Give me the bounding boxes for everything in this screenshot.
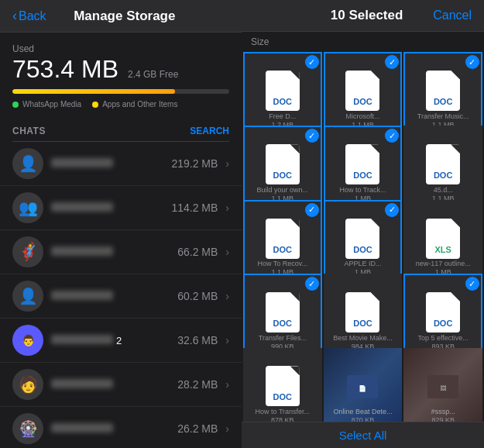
avatar: 👥	[12, 192, 43, 223]
chat-size: 32.6 MB	[177, 334, 218, 346]
selected-check: ✓	[465, 277, 479, 291]
selected-check: ✓	[385, 203, 399, 217]
file-cell[interactable]: DOC Best Movie Make... 984 KB	[324, 274, 403, 353]
left-panel: ‹ Back Manage Storage Used 753.4 MB 2.4 …	[0, 0, 242, 448]
chevron-right-icon: ›	[225, 157, 229, 170]
back-button[interactable]: ‹ Back	[12, 8, 46, 24]
chats-header: CHATS SEARCH	[0, 115, 242, 141]
avatar: 🧑	[12, 369, 43, 400]
file-cell[interactable]: 📄 Online Beat Dete... 870 KB	[324, 348, 403, 422]
file-cell[interactable]: DOC Microsoft... 1.1 MB ✓	[324, 52, 403, 131]
file-cell[interactable]: DOC Transfer Music... 1.1 MB ✓	[403, 52, 482, 131]
list-item[interactable]: 🎡 26.2 MB ›	[0, 407, 242, 448]
left-header: ‹ Back Manage Storage	[0, 0, 242, 33]
doc-icon: DOC	[266, 366, 300, 406]
file-cell[interactable]: DOC How To Recov... 1.1 MB ✓	[243, 200, 322, 279]
avatar: 👤	[12, 148, 43, 179]
chat-size: 114.2 MB	[171, 202, 218, 214]
storage-bar-fill	[12, 89, 175, 94]
chat-info	[51, 245, 170, 259]
file-grid: DOC Free D... 1.2 MB ✓ DOC Microsoft... …	[242, 50, 484, 422]
file-cell[interactable]: DOC Top 5 effective... 893 KB ✓	[403, 274, 482, 353]
selected-check: ✓	[305, 277, 319, 291]
list-item[interactable]: 👤 60.2 MB ›	[0, 274, 242, 319]
doc-icon: DOC	[345, 292, 379, 333]
doc-icon: DOC	[266, 144, 300, 184]
chat-info	[51, 157, 163, 171]
chat-size: 28.2 MB	[177, 378, 218, 391]
chat-info	[51, 377, 170, 391]
file-cell[interactable]: DOC APPLE ID... 1 MB ✓	[324, 200, 403, 279]
chevron-right-icon: ›	[225, 246, 229, 258]
list-item[interactable]: 👤 219.2 MB ›	[0, 142, 242, 186]
chat-size: 60.2 MB	[177, 290, 218, 302]
right-panel: 10 Selected Cancel Size DOC Free D... 1.…	[242, 0, 484, 448]
selected-check: ✓	[465, 55, 479, 69]
chats-label: CHATS	[12, 126, 46, 136]
cancel-button[interactable]: Cancel	[433, 9, 472, 22]
avatar: 🦸	[12, 236, 43, 267]
file-cell[interactable]: DOC Build your own... 1.1 MB ✓	[243, 126, 322, 205]
chevron-right-icon: ›	[225, 422, 229, 435]
doc-icon: DOC	[426, 292, 460, 333]
storage-legend: WhatsApp Media Apps and Other Items	[12, 100, 229, 109]
doc-icon: DOC	[426, 144, 460, 184]
selected-check: ✓	[305, 55, 319, 69]
doc-icon: DOC	[266, 71, 300, 111]
chat-info	[51, 289, 170, 303]
select-all-bar: Select All	[242, 422, 484, 448]
chat-info	[51, 422, 170, 436]
legend-apps-label: Apps and Other Items	[102, 100, 177, 109]
list-item[interactable]: 👨 2 32.6 MB ›	[0, 319, 242, 363]
doc-icon: DOC	[345, 219, 379, 259]
chevron-right-icon: ›	[225, 378, 229, 391]
list-item[interactable]: 🦸 66.2 MB ›	[0, 230, 242, 274]
chat-info: 2	[51, 333, 170, 347]
legend-dot-green	[12, 102, 19, 108]
list-item[interactable]: 🧑 28.2 MB ›	[0, 363, 242, 407]
svg-text:📄: 📄	[359, 384, 366, 392]
legend-whatsapp-label: WhatsApp Media	[22, 100, 81, 109]
selected-check: ✓	[385, 129, 399, 143]
file-cell[interactable]: XLS new-117 outline... 1 MB	[403, 200, 482, 279]
list-item[interactable]: 👥 114.2 MB ›	[0, 186, 242, 230]
select-all-button[interactable]: Select All	[339, 429, 387, 442]
avatar: 👤	[12, 281, 43, 312]
selected-check: ✓	[305, 129, 319, 143]
free-label: 2.4 GB Free	[128, 69, 178, 80]
back-chevron-icon: ‹	[12, 8, 17, 24]
right-header: 10 Selected Cancel	[242, 0, 484, 32]
doc-icon: DOC	[345, 71, 379, 111]
selected-check: ✓	[385, 55, 399, 69]
selected-check: ✓	[305, 203, 319, 217]
page-title: Manage Storage	[51, 9, 198, 24]
selected-count: 10 Selected	[300, 8, 433, 23]
storage-info: Used 753.4 MB 2.4 GB Free WhatsApp Media…	[0, 33, 242, 115]
xls-icon: XLS	[426, 219, 460, 259]
chat-size: 26.2 MB	[177, 422, 218, 435]
search-button[interactable]: SEARCH	[190, 126, 229, 136]
doc-icon: DOC	[345, 144, 379, 184]
file-cell[interactable]: DOC Free D... 1.2 MB ✓	[243, 52, 322, 131]
avatar: 👨	[12, 325, 43, 356]
back-label[interactable]: Back	[19, 9, 46, 23]
doc-icon: DOC	[266, 219, 300, 259]
file-cell[interactable]: 🖼 #sssp... 829 KB	[403, 348, 482, 422]
avatar: 🎡	[12, 413, 43, 444]
doc-icon: DOC	[426, 71, 460, 111]
file-cell[interactable]: DOC How to Transfer... 878 KB	[243, 348, 322, 422]
chat-size: 66.2 MB	[177, 246, 218, 258]
legend-whatsapp: WhatsApp Media	[12, 100, 81, 109]
chat-size: 219.2 MB	[171, 157, 218, 170]
file-cell[interactable]: DOC 45.d... 1.1 MB	[403, 126, 482, 205]
file-cell[interactable]: DOC How to Track... 1 MB ✓	[324, 126, 403, 205]
file-cell[interactable]: DOC Transfer Files... 990 KB ✓	[243, 274, 322, 353]
chevron-right-icon: ›	[225, 290, 229, 302]
legend-apps: Apps and Other Items	[92, 100, 177, 109]
storage-bar	[12, 89, 229, 94]
svg-text:🖼: 🖼	[440, 385, 446, 392]
chevron-right-icon: ›	[225, 334, 229, 346]
size-col-label: Size	[242, 32, 484, 50]
chat-list: 👤 219.2 MB › 👥 114.2 MB › 🦸 66.2 MB › 👤 …	[0, 142, 242, 448]
used-value: 753.4 MB	[12, 56, 118, 83]
